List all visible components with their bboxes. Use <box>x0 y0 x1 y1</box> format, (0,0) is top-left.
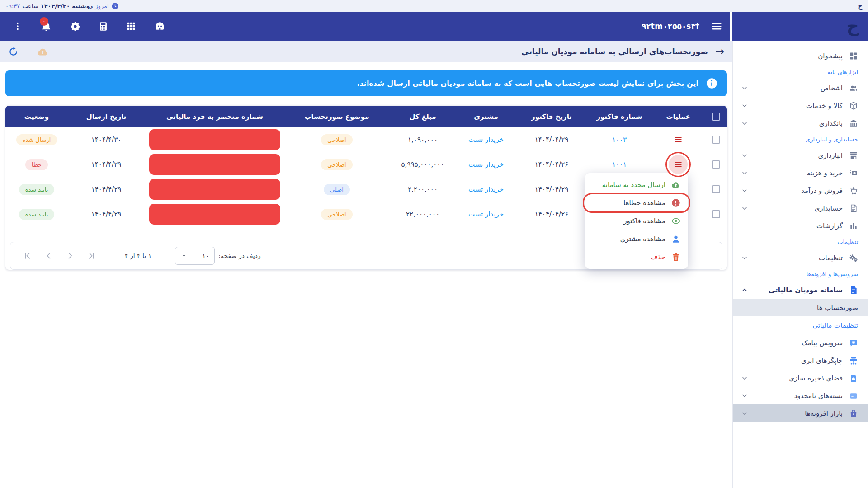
customer-link[interactable]: خریدار تست <box>468 160 504 169</box>
sidebar-item-plugins-market[interactable]: بازار افزونه‌ها <box>733 404 868 422</box>
notifications-bell-icon[interactable]: ۰ <box>41 21 52 32</box>
customer-link[interactable]: خریدار تست <box>468 185 504 193</box>
sidebar-item-sms-service[interactable]: سرویس پیامک <box>733 334 868 352</box>
column-header-sent_date: تاریخ ارسال <box>68 106 145 127</box>
cell-invoice_date: ۱۴۰۴/۰۴/۲۹ <box>515 177 588 202</box>
column-header-label: وضعیت <box>24 113 49 121</box>
sidebar-item-goods-services[interactable]: کالا و خدمات <box>733 97 868 114</box>
chevron-down-icon <box>741 392 748 399</box>
sidebar-item-label: کالا و خدمات <box>806 102 843 110</box>
kebab-menu-icon[interactable] <box>13 21 23 31</box>
rows-per-page-value: ۱۰ <box>202 252 209 259</box>
time-label: ساعت <box>22 3 38 9</box>
masked-tax-id-block <box>149 179 280 200</box>
sidebar-item-reports[interactable]: گزارشات <box>733 217 868 235</box>
header-row: ح ۹۲tm۰۲۵۵۰s۳f ۰ <box>0 12 868 41</box>
refresh-icon[interactable] <box>8 47 19 57</box>
menu-item-view-customer[interactable]: مشاهده مشتری <box>585 230 688 248</box>
sidebar-item-label: فضای ذخیره سازی <box>789 374 843 382</box>
sidebar-item-cloud-printers[interactable]: چاپگرهای ابری <box>733 352 868 369</box>
rows-per-page-select[interactable]: ۱۰ <box>175 247 215 265</box>
pagination-last-button[interactable] <box>23 251 32 260</box>
invoice-number-link[interactable]: ۱۰۰۱ <box>612 160 627 169</box>
notification-badge: ۰ <box>40 17 48 26</box>
cell-tax_id <box>145 152 285 177</box>
cell-status: تایید شده <box>5 177 68 202</box>
sidebar-item-label: خرید و هزینه <box>807 169 843 177</box>
row-checkbox[interactable] <box>712 210 720 218</box>
sidebar-item-dashboard[interactable]: پیشخوان <box>733 47 868 65</box>
hamburger-menu-icon[interactable] <box>711 21 722 32</box>
select-all-checkbox[interactable] <box>712 113 720 121</box>
chevron-down-icon <box>741 410 748 417</box>
row-checkbox[interactable] <box>712 185 720 193</box>
sidebar-item-warehousing[interactable]: انبارداری <box>733 146 868 164</box>
cell-total: ۲۲,۰۰۰,۰۰۰ <box>389 202 457 226</box>
calculator-icon[interactable] <box>99 21 108 32</box>
body-row: پیشخوانابزارهای پایهاشخاصکالا و خدماتبان… <box>0 41 868 488</box>
invoice-number-link[interactable]: ۱۰۰۳ <box>612 136 627 144</box>
cloud-up-green-icon <box>671 180 681 190</box>
row-checkbox[interactable] <box>712 160 720 169</box>
row-actions-button-highlighted[interactable] <box>669 155 688 174</box>
cell-invoice_date: ۱۴۰۴/۰۴/۲۶ <box>515 152 588 177</box>
cell-subject: اصلاحی <box>285 127 389 152</box>
info-banner: این بخش برای نمایش لیست صورتحساب هایی اس… <box>5 70 727 96</box>
brand-logo-small: ح <box>858 3 863 9</box>
sidebar-item-accounting[interactable]: حسابداری <box>733 199 868 217</box>
cell-subject: اصلاحی <box>285 152 389 177</box>
cell-sent_date: ۱۴۰۴/۴/۲۹ <box>68 177 145 202</box>
menu-item-resend-to-system[interactable]: ارسال مجدد به سامانه <box>585 176 688 194</box>
column-header-invoice_date: تاریخ فاکتور <box>515 106 588 127</box>
sidebar-section-services-plugins: سرویس‌ها و افزونه‌ها <box>733 267 868 281</box>
customer-link[interactable]: خریدار تست <box>468 136 504 144</box>
person-blue-icon <box>671 234 681 244</box>
row-checkbox[interactable] <box>712 136 720 144</box>
pagination-prev-button[interactable] <box>66 251 75 260</box>
sidebar-item-sales-income[interactable]: فروش و درآمد <box>733 182 868 199</box>
cell-customer: خریدار تست <box>457 127 515 152</box>
sidebar-item-unlimited-packages[interactable]: بسته‌های نامحدود <box>733 387 868 404</box>
sidebar-item-storage-space[interactable]: فضای ذخیره سازی <box>733 369 868 387</box>
eye-green-icon <box>671 216 681 226</box>
cell-tax_id <box>145 202 285 226</box>
cell-customer: خریدار تست <box>457 152 515 177</box>
sidebar-item-label: گزارشات <box>816 222 843 230</box>
pagination-first-button[interactable] <box>87 251 96 260</box>
subject-badge: اصلاحی <box>321 134 352 145</box>
chevron-down-icon <box>741 120 748 127</box>
sidebar-item-settings[interactable]: تنظیمات <box>733 249 868 267</box>
store-icon <box>849 151 858 160</box>
sidebar-item-purchases-expenses[interactable]: خرید و هزینه <box>733 164 868 182</box>
sidebar-item-tax-invoices[interactable]: صورتحساب ها <box>733 299 868 316</box>
sidebar-item-people[interactable]: اشخاص <box>733 79 868 97</box>
menu-item-view-errors[interactable]: مشاهده خطاها <box>585 194 688 212</box>
sidebar-item-tax-settings[interactable]: تنظیمات مالیاتی <box>733 316 868 334</box>
sidebar-section-label: تنظیمات <box>837 239 858 245</box>
menu-item-delete[interactable]: حذف <box>585 248 688 266</box>
customer-link[interactable]: خریدار تست <box>468 210 504 218</box>
settings-gear-icon[interactable] <box>70 21 80 32</box>
cloud-upload-icon[interactable] <box>37 46 49 58</box>
back-arrow-icon[interactable]: → <box>715 46 724 57</box>
packages-icon <box>849 391 858 400</box>
column-header-customer: مشتری <box>457 106 515 127</box>
cell-customer: خریدار تست <box>457 202 515 226</box>
menu-item-view-invoice[interactable]: مشاهده فاکتور <box>585 212 688 230</box>
sidebar-item-banking[interactable]: بانکداری <box>733 114 868 132</box>
table-row: ۱۰۰۳۱۴۰۴/۰۴/۲۹خریدار تست۱,۰۹۰,۰۰۰اصلاحی۱… <box>5 127 727 152</box>
apps-grid-icon[interactable] <box>126 21 136 31</box>
invoice-date: ۱۴۰۴/۰۴/۲۶ <box>535 210 569 218</box>
sidebar-item-label: پیشخوان <box>818 52 843 60</box>
menu-item-label: مشاهده مشتری <box>620 235 665 243</box>
sidebar-item-tax-system[interactable]: سامانه مودیان مالیاتی <box>733 281 868 299</box>
sent-date: ۱۴۰۴/۴/۲۹ <box>91 160 122 169</box>
sidebar-item-label: بسته‌های نامحدود <box>794 392 843 400</box>
cell-invoice_date: ۱۴۰۴/۰۴/۲۹ <box>515 127 588 152</box>
menu-item-label: مشاهده فاکتور <box>623 217 665 225</box>
cell-total: ۵,۹۹۵,۰۰۰,۰۰۰ <box>389 152 457 177</box>
row-actions-button[interactable] <box>669 130 688 149</box>
total-amount: ۲۲,۰۰۰,۰۰۰ <box>406 210 439 218</box>
pagination-next-button[interactable] <box>44 251 53 260</box>
assistant-robot-icon[interactable] <box>154 21 165 32</box>
